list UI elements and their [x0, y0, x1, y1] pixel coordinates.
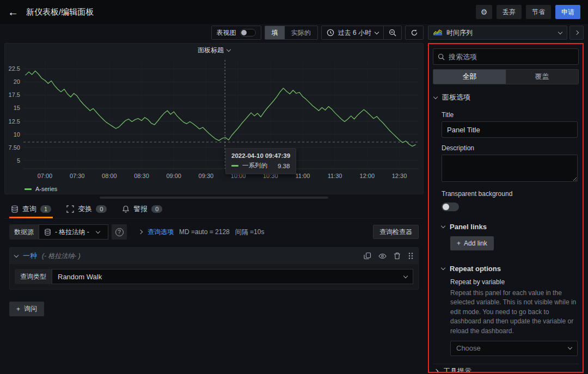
page-title: 新仪表板/编辑面板 [26, 7, 94, 17]
clock-icon [327, 29, 334, 36]
chevron-right-icon [138, 230, 143, 234]
transparent-background-label: Transparent background [442, 190, 578, 198]
chevron-down-icon [375, 29, 379, 34]
trash-icon[interactable] [394, 252, 401, 260]
time-range-picker[interactable]: 过去 6 小时 [322, 26, 383, 39]
tab-overrides[interactable]: 覆盖 [506, 70, 578, 84]
chevron-down-icon [95, 229, 100, 233]
query-row-body: 查询类型 Random Walk [10, 264, 418, 289]
options-search-input[interactable] [449, 53, 574, 61]
tab-transform-count: 0 [96, 205, 107, 213]
chevron-down-icon [403, 273, 408, 278]
panel-resize-handle[interactable] [4, 194, 424, 201]
tab-query-count: 1 [40, 205, 51, 213]
refresh-icon [411, 29, 418, 36]
fill-actual-group: 填 实际的 [265, 26, 318, 40]
description-field-label: Description [442, 144, 578, 152]
add-link-button[interactable]: + Add link [450, 236, 494, 250]
apply-button[interactable]: 申请 [555, 5, 580, 19]
panel-description-textarea[interactable] [442, 155, 578, 182]
panel-title: 面板标题 [198, 46, 224, 55]
datasource-select[interactable]: - 格拉法纳 - [39, 224, 108, 240]
main-area: 面板标题 57.501012.51517.52022.507:0007:3008… [0, 43, 588, 373]
database-icon [11, 205, 19, 213]
chart-area[interactable]: 57.501012.51517.52022.507:0007:3008:0008… [5, 57, 423, 184]
repeat-variable-select[interactable]: Choose [450, 341, 578, 356]
svg-text:12:30: 12:30 [392, 173, 407, 179]
add-query-button[interactable]: + 询问 [9, 302, 44, 316]
chevron-down-icon [433, 94, 438, 99]
visualization-select[interactable]: 时间序列 [428, 26, 567, 40]
section-tooltip[interactable]: 工具提示 [433, 364, 579, 373]
query-row-datasource: (- 格拉法纳- ) [42, 252, 81, 261]
refresh-button[interactable] [405, 26, 424, 40]
zoom-out-button[interactable] [384, 26, 401, 39]
query-refid[interactable]: 一种 [23, 251, 37, 261]
add-query-label: 询问 [24, 304, 37, 314]
tab-all-options[interactable]: 全部 [433, 70, 506, 84]
query-options-link[interactable]: 查询选项 [148, 228, 174, 237]
timeseries-chart: 57.501012.51517.52022.507:0007:3008:0008… [5, 57, 423, 184]
collapse-options-button[interactable] [569, 26, 584, 40]
tab-query[interactable]: 查询 1 [9, 201, 53, 218]
query-row-header[interactable]: 一种 (- 格拉法纳- ) [10, 248, 418, 264]
save-button[interactable]: 节省 [526, 5, 551, 19]
database-icon [44, 229, 51, 236]
tab-alert[interactable]: 警报 0 [120, 201, 164, 218]
add-link-label: Add link [464, 240, 487, 247]
fill-option[interactable]: 填 [265, 26, 285, 39]
drag-handle-icon[interactable] [408, 252, 413, 260]
table-view-toggle[interactable]: 表视图 [211, 26, 261, 40]
svg-text:11:30: 11:30 [328, 173, 342, 179]
svg-text:10: 10 [14, 131, 20, 138]
discard-button[interactable]: 丢弃 [497, 5, 522, 19]
repeat-variable-value: Choose [456, 344, 481, 352]
svg-text:08:00: 08:00 [102, 173, 117, 179]
section-panel-options-label: 面板选项 [442, 93, 470, 102]
repeat-description: Repeat this panel for each value in the … [450, 289, 578, 336]
datasource-label: 数据源 [9, 224, 39, 240]
duplicate-icon[interactable] [364, 252, 371, 260]
query-editor-row: 一种 (- 格拉法纳- ) 查询类型 Random Walk [9, 247, 419, 290]
settings-button[interactable]: ⚙ [476, 5, 492, 19]
chevron-down-icon [568, 345, 572, 350]
query-row-actions [364, 252, 413, 260]
transparent-background-toggle[interactable] [442, 203, 459, 211]
hide-query-eye-icon[interactable] [378, 252, 387, 260]
datasource-help-button[interactable]: ? [112, 224, 127, 240]
query-inspector-button[interactable]: 查询检查器 [373, 225, 419, 239]
timeseries-viz-icon [433, 29, 442, 36]
section-panel-options[interactable]: 面板选项 [433, 85, 579, 107]
svg-text:07:30: 07:30 [70, 173, 85, 179]
chevron-down-icon [441, 266, 445, 270]
plus-icon: + [16, 305, 20, 313]
chevron-down-icon [441, 224, 445, 228]
chevron-down-icon [226, 47, 231, 51]
back-button[interactable]: ← [8, 7, 19, 17]
tab-alert-label: 警报 [133, 204, 148, 214]
svg-text:12.5: 12.5 [9, 118, 20, 125]
options-search[interactable] [433, 48, 579, 65]
repeat-options-body: Repeat by variable Repeat this panel for… [442, 278, 578, 356]
tooltip-series-name: 一系列的 [242, 162, 267, 170]
section-panel-links[interactable]: Panel links [442, 223, 578, 231]
topbar-actions: ⚙ 丢弃 节省 申请 [476, 5, 580, 19]
svg-text:12:00: 12:00 [360, 173, 375, 179]
tab-alert-count: 0 [151, 205, 162, 213]
tab-query-label: 查询 [22, 204, 36, 214]
panel-title-input[interactable] [442, 121, 578, 138]
legend-series-label[interactable]: A-series [35, 186, 57, 192]
visualization-label: 时间序列 [446, 28, 473, 38]
table-view-switch[interactable] [240, 29, 256, 36]
tab-transform[interactable]: 变换 0 [65, 201, 108, 218]
tooltip-series-value: 9.38 [278, 163, 290, 169]
svg-text:22.5: 22.5 [9, 65, 20, 72]
repeat-options-label: Repeat options [450, 265, 501, 273]
panel-header[interactable]: 面板标题 [5, 44, 423, 57]
chevron-down-icon [558, 29, 562, 34]
query-options-interval: 间隔 =10s [235, 228, 265, 237]
actual-option[interactable]: 实际的 [285, 26, 317, 39]
svg-text:09:30: 09:30 [199, 173, 214, 179]
query-type-select[interactable]: Random Walk [52, 269, 413, 284]
section-repeat-options[interactable]: Repeat options [442, 265, 578, 273]
